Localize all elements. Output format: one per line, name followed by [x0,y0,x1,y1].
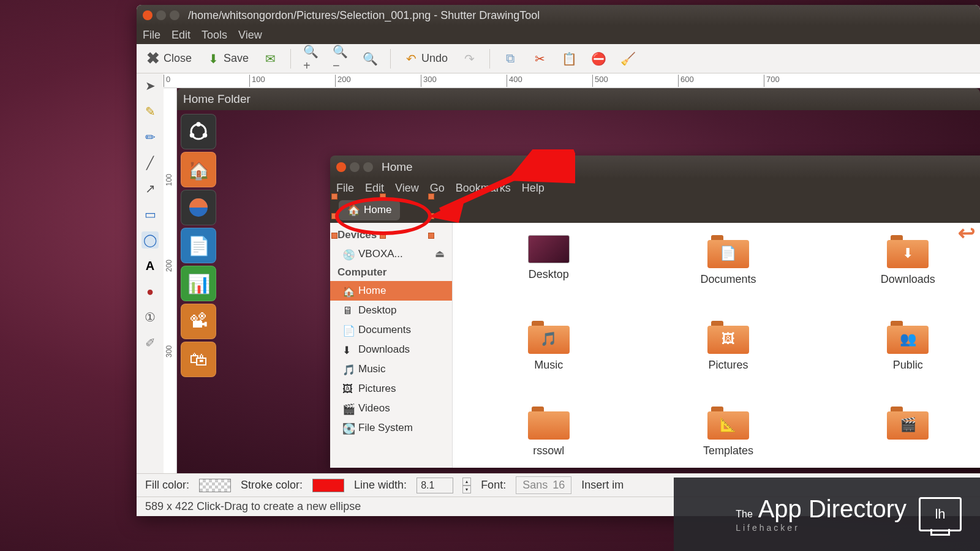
nautilus-body: Devices 💿 VBOXA... ⏏ Computer 🏠Home 🖥Des… [330,223,980,468]
stroke-color-swatch[interactable] [312,479,344,492]
marker-tool[interactable]: ✏ [141,129,159,146]
nautilus-title-label: Home [382,160,413,174]
nautilus-min-button[interactable] [350,162,360,172]
fill-color-swatch[interactable] [199,479,231,492]
ruler-tick: 100 [165,174,173,186]
sidebar-label: Music [358,363,385,375]
annotation-ellipse[interactable] [335,197,432,235]
sidebar-item-pictures[interactable]: 🖼Pictures [330,379,452,399]
ruler-tick: 400 [509,75,522,84]
number-tool[interactable]: ① [141,309,159,326]
toolbar: ✖Close ⬇Save ✉ 🔍+ 🔍− 🔍 ↶Undo ↷ ⧉ ✂ 📋 ⛔ 🧹 [137,44,980,73]
handle-se[interactable] [428,233,434,239]
folder-downloads[interactable]: ⬇Downloads [831,235,980,315]
watermark-logo-icon: lh [919,497,962,531]
launcher-dash[interactable] [181,114,216,149]
nav-back-icon[interactable]: ↩ [958,220,975,245]
sidebar-item-filesystem[interactable]: 💽File System [330,418,452,438]
launcher-files[interactable]: 🏠 [181,152,216,187]
zoom-in-icon: 🔍+ [303,51,319,67]
menu-tools[interactable]: Tools [202,29,227,42]
sidebar-item-home[interactable]: 🏠Home [330,281,452,301]
nautilus-menu-view[interactable]: View [395,182,419,195]
cut-button[interactable]: ✂ [528,48,551,69]
line-tool[interactable]: ╱ [141,154,159,171]
crop-tool[interactable]: ✐ [141,334,159,351]
launcher-impress[interactable]: 📽 [181,304,216,339]
sidebar-label: Videos [358,402,390,414]
folder-documents[interactable]: 📄Documents [650,235,805,315]
sidebar-item-downloads[interactable]: ⬇Downloads [330,340,452,359]
pencil-tool[interactable]: ✎ [141,103,159,120]
folder-icon: 📄 [707,235,749,268]
clear-button[interactable]: 🧹 [616,48,639,69]
menu-file[interactable]: File [143,29,160,42]
copy-icon: ⧉ [502,51,518,67]
pointer-tool[interactable]: ➤ [141,77,159,94]
nautilus-max-button[interactable] [363,162,373,172]
launcher-firefox[interactable] [181,190,216,225]
arrow-tool[interactable]: ↗ [141,180,159,197]
eject-icon[interactable]: ⏏ [435,247,445,260]
folder-pictures[interactable]: 🖼Pictures [650,321,805,400]
save-button[interactable]: ⬇Save [202,48,252,69]
window-maximize-button[interactable] [170,10,179,20]
launcher-software[interactable]: 🛍 [181,342,216,377]
handle-nw[interactable] [331,193,337,200]
folder-rssowl[interactable]: rssowl [471,407,626,468]
folder-public[interactable]: 👥Public [831,321,980,400]
folder-icon: ⬇ [887,235,929,268]
sidebar-item-videos[interactable]: 🎬Videos [330,399,452,418]
window-close-button[interactable] [143,10,153,20]
desktop-icon: 🖥 [342,305,353,316]
menu-view[interactable]: View [238,29,262,42]
redo-button[interactable]: ↷ [458,48,481,69]
window-title: /home/whitsongordon/Pictures/Selection_0… [188,9,540,22]
undo-button[interactable]: ↶Undo [399,48,451,69]
linewidth-spinner[interactable]: ▴▾ [462,478,471,493]
delete-button[interactable]: ⛔ [587,48,610,69]
text-tool[interactable]: A [141,257,159,274]
annotation-arrow[interactable] [422,149,575,229]
zoom-fit-button[interactable]: 🔍 [358,48,382,69]
sidebar-item-documents[interactable]: 📄Documents [330,320,452,340]
homefolder-titlebar: Home Folder [177,88,980,110]
launcher-writer[interactable]: 📄 [181,228,216,263]
sidebar-item-music[interactable]: 🎵Music [330,359,452,379]
linewidth-input[interactable]: 8.1 [417,478,453,493]
folder-music[interactable]: 🎵Music [471,321,626,400]
rect-tool[interactable]: ▭ [141,206,159,223]
launcher-calc[interactable]: 📊 [181,266,216,301]
font-picker[interactable]: Sans16 [516,476,571,494]
font-size: 16 [552,479,565,492]
folder-templates[interactable]: 📐Templates [650,407,805,468]
ellipse-tool[interactable]: ◯ [141,231,159,249]
nautilus-close-button[interactable] [336,162,346,172]
sidebar-item-vbox[interactable]: 💿 VBOXA... ⏏ [330,244,452,264]
public-icon: 👥 [900,331,916,347]
folder-desktop[interactable]: Desktop [471,235,626,315]
canvas[interactable]: Home Folder 🏠 📄 📊 📽 🛍 [177,88,980,473]
sidebar-item-desktop[interactable]: 🖥Desktop [330,301,452,320]
folder-videos[interactable]: 🎬 [831,407,980,468]
zoom-out-button[interactable]: 🔍− [329,48,352,69]
close-button[interactable]: ✖Close [141,48,195,69]
shutter-window: /home/whitsongordon/Pictures/Selection_0… [137,5,980,516]
window-minimize-button[interactable] [156,10,166,20]
export-button[interactable]: ✉ [258,48,282,69]
handle-sw[interactable] [331,233,337,239]
nautilus-iconview[interactable]: Desktop 📄Documents ⬇Downloads 🎵Music 🖼Pi… [453,223,980,468]
music-icon: 🎵 [342,364,353,375]
svg-marker-6 [428,198,465,223]
ruler-tick: 300 [423,75,437,84]
blur-tool[interactable]: ● [141,283,159,300]
paste-button[interactable]: 📋 [557,48,581,69]
menu-edit[interactable]: Edit [172,29,190,42]
save-icon: ⬇ [205,51,221,67]
folder-label: Public [893,359,923,372]
nautilus-menu-file[interactable]: File [336,182,354,195]
ruler-tick: 300 [165,345,173,358]
nautilus-menu-edit[interactable]: Edit [365,182,384,195]
zoom-in-button[interactable]: 🔍+ [300,48,323,69]
copy-button[interactable]: ⧉ [499,48,522,69]
